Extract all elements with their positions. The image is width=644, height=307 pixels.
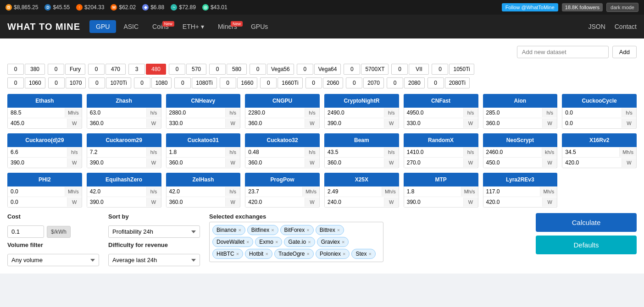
algo-power-input[interactable] xyxy=(167,158,226,168)
algo-hashrate-input[interactable] xyxy=(87,186,146,197)
gpu-count-1070ti[interactable] xyxy=(89,77,105,88)
algo-power-input[interactable] xyxy=(8,118,67,128)
gpu-count-1660[interactable] xyxy=(220,77,236,88)
exchange-tag-bitfinex[interactable]: Bitfinex× xyxy=(247,225,278,235)
algo-button[interactable]: CNHeavy xyxy=(166,94,241,108)
gpu-count-vii[interactable] xyxy=(391,64,408,75)
algo-power-input[interactable] xyxy=(167,118,226,128)
exchange-remove-icon[interactable]: × xyxy=(308,239,311,245)
algo-hashrate-input[interactable] xyxy=(8,147,67,157)
algo-power-input[interactable] xyxy=(483,158,543,168)
exchange-remove-icon[interactable]: × xyxy=(306,227,309,233)
algo-hashrate-input[interactable] xyxy=(404,108,463,118)
algo-button[interactable]: Beam xyxy=(324,133,399,147)
calculate-button[interactable]: Calculate xyxy=(536,213,637,232)
algo-power-input[interactable] xyxy=(562,158,622,168)
algo-hashrate-input[interactable] xyxy=(325,108,384,118)
nav-json[interactable]: JSON xyxy=(588,23,605,30)
algo-hashrate-input[interactable] xyxy=(562,147,619,157)
algo-power-input[interactable] xyxy=(8,158,67,168)
exchange-tag-hotbit[interactable]: Hotbit× xyxy=(245,249,272,259)
algo-hashrate-input[interactable] xyxy=(483,147,542,157)
algo-hashrate-input[interactable] xyxy=(245,147,305,157)
algo-power-input[interactable] xyxy=(404,118,463,128)
nav-item-gpus[interactable]: GPUs xyxy=(244,20,274,33)
gpu-count-2080[interactable] xyxy=(387,77,403,88)
algo-hashrate-input[interactable] xyxy=(562,108,622,118)
exchange-remove-icon[interactable]: × xyxy=(342,239,344,245)
algo-power-input[interactable] xyxy=(167,197,226,207)
volume-select[interactable]: Any volume xyxy=(7,254,99,266)
exchange-remove-icon[interactable]: × xyxy=(271,227,274,233)
algo-button[interactable]: PHI2 xyxy=(7,173,82,186)
algo-hashrate-input[interactable] xyxy=(87,108,146,118)
add-dataset-button[interactable]: Add xyxy=(612,46,637,58)
algo-hashrate-input[interactable] xyxy=(8,186,65,197)
algo-button[interactable]: EquihashZero xyxy=(87,173,161,186)
sort-select[interactable]: Profitability 24h Profitability 72h Reve… xyxy=(108,225,200,238)
nav-item-ethplus[interactable]: ETH+ ▾ xyxy=(176,20,211,33)
algo-button[interactable]: Cuckaroo(d)29 xyxy=(7,133,82,147)
algo-power-input[interactable] xyxy=(87,197,146,207)
gpu-count-5700xt[interactable] xyxy=(344,64,360,75)
exchange-remove-icon[interactable]: × xyxy=(246,239,249,245)
algo-button[interactable]: Zhash xyxy=(87,94,161,108)
algo-button[interactable]: X16Rv2 xyxy=(562,133,637,147)
defaults-button[interactable]: Defaults xyxy=(536,236,637,254)
difficulty-select[interactable]: Average last 24h Current xyxy=(108,254,200,266)
exchange-tag-graviex[interactable]: Graviex× xyxy=(317,237,349,247)
gpu-count-1080[interactable] xyxy=(134,77,150,88)
algo-button[interactable]: Cuckatoo31 xyxy=(166,133,241,147)
gpu-count-580[interactable] xyxy=(209,64,226,75)
exchange-tag-tradeogre[interactable]: TradeOgre× xyxy=(274,249,314,259)
gpu-count-2080ti[interactable] xyxy=(427,77,444,88)
algo-hashrate-input[interactable] xyxy=(483,186,540,197)
exchange-tag-exmo[interactable]: Exmo× xyxy=(255,237,282,247)
algo-hashrate-input[interactable] xyxy=(404,147,463,157)
exchange-tag-bittrex[interactable]: Bittrex× xyxy=(316,225,344,235)
algo-hashrate-input[interactable] xyxy=(167,108,226,118)
exchange-remove-icon[interactable]: × xyxy=(337,227,340,233)
algo-power-input[interactable] xyxy=(245,197,305,207)
algo-power-input[interactable] xyxy=(404,197,463,207)
algo-button[interactable]: Ethash xyxy=(7,94,82,108)
nav-item-miners[interactable]: Miners New xyxy=(211,20,244,33)
gpu-count-2070[interactable] xyxy=(346,77,362,88)
exchange-tag-bitforex[interactable]: BitForex× xyxy=(280,225,314,235)
exchange-tag-poloniex[interactable]: Poloniex× xyxy=(316,249,350,259)
algo-button[interactable]: Cuckaroom29 xyxy=(87,133,161,147)
nav-item-gpu[interactable]: GPU xyxy=(89,20,116,33)
nav-contact[interactable]: Contact xyxy=(615,23,637,30)
exchange-tag-hitbtc[interactable]: HitBTC× xyxy=(212,249,243,259)
exchange-remove-icon[interactable]: × xyxy=(236,251,239,257)
algo-hashrate-input[interactable] xyxy=(483,108,543,118)
algo-button[interactable]: CryptoNightR xyxy=(324,94,399,108)
gpu-count-380[interactable] xyxy=(7,64,24,75)
algo-button[interactable]: MTP xyxy=(404,173,478,186)
dataset-input[interactable] xyxy=(517,46,609,58)
algo-power-input[interactable] xyxy=(483,118,543,128)
algo-hashrate-input[interactable] xyxy=(167,186,226,197)
gpu-count-470[interactable] xyxy=(88,64,105,75)
exchange-remove-icon[interactable]: × xyxy=(265,251,268,257)
algo-hashrate-input[interactable] xyxy=(325,186,382,197)
algo-hashrate-input[interactable] xyxy=(87,147,146,157)
algo-button[interactable]: RandomX xyxy=(404,133,478,147)
algo-power-input[interactable] xyxy=(87,158,146,168)
gpu-count-1080ti[interactable] xyxy=(174,77,191,88)
exchange-tag-gate.io[interactable]: Gate.io× xyxy=(284,237,315,247)
algo-button[interactable]: CuckooCycle xyxy=(562,94,637,108)
exchange-tag-stex[interactable]: Stex× xyxy=(351,249,375,259)
algo-hashrate-input[interactable] xyxy=(245,108,305,118)
algo-power-input[interactable] xyxy=(8,197,67,207)
algo-power-input[interactable] xyxy=(245,158,305,168)
algo-power-input[interactable] xyxy=(325,197,384,207)
gpu-count-570[interactable] xyxy=(169,64,185,75)
gpu-count-1070[interactable] xyxy=(48,77,65,88)
algo-power-input[interactable] xyxy=(325,118,384,128)
gpu-count-vega64[interactable] xyxy=(297,64,313,75)
algo-hashrate-input[interactable] xyxy=(325,147,384,157)
exchange-remove-icon[interactable]: × xyxy=(238,227,241,233)
exchange-remove-icon[interactable]: × xyxy=(307,251,310,257)
algo-power-input[interactable] xyxy=(87,118,146,128)
